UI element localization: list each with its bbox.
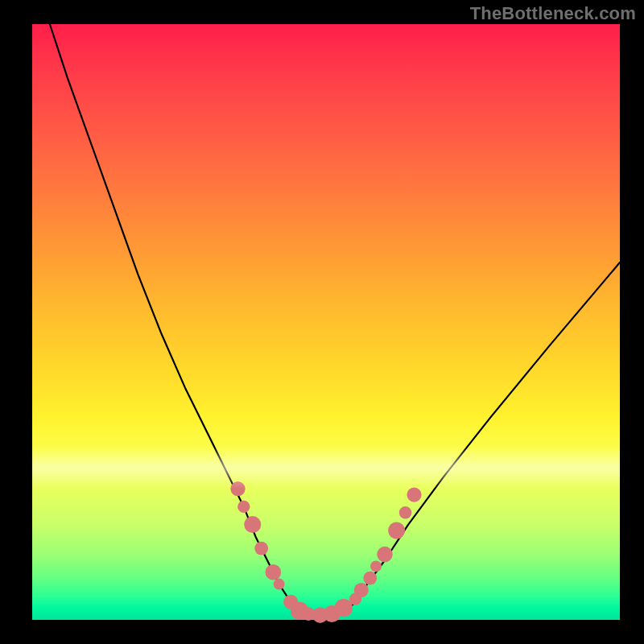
data-dot — [230, 481, 245, 496]
curve-group — [50, 24, 620, 614]
data-dot — [363, 572, 377, 585]
plot-area — [32, 24, 620, 620]
data-dot — [237, 501, 250, 513]
data-dot — [407, 488, 421, 502]
dot-group — [230, 481, 421, 623]
data-dot — [274, 579, 285, 590]
data-dot — [254, 542, 268, 555]
data-dot — [399, 506, 411, 518]
chart-frame: TheBottleneck.com — [0, 0, 644, 644]
series-left-curve — [50, 24, 303, 614]
data-dot — [377, 547, 393, 563]
data-dot — [388, 522, 405, 539]
data-dot — [244, 516, 261, 533]
watermark-text: TheBottleneck.com — [470, 3, 636, 24]
data-dot — [266, 564, 282, 580]
data-dot — [354, 583, 369, 597]
chart-svg — [32, 24, 620, 620]
data-dot — [370, 560, 382, 572]
